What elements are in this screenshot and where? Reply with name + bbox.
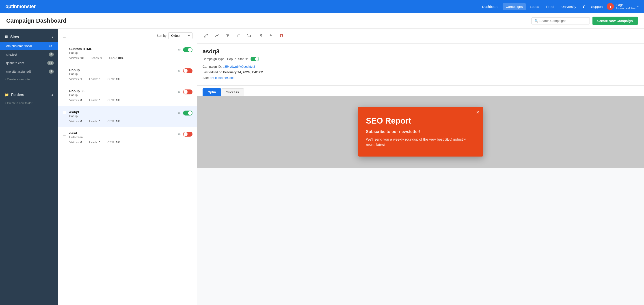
select-all-checkbox[interactable]	[63, 34, 66, 38]
campaign-content-3: asdq3 Popup Visitors: 6 Leads: 0 CR%: 0%	[69, 110, 175, 123]
nav-leads[interactable]: Leads	[527, 3, 542, 10]
campaign-actions-4: ✏	[178, 132, 192, 137]
campaign-stats-2: Visitors: 0 Leads: 0 CR%: 0%	[69, 98, 175, 102]
campaign-checkbox-0[interactable]	[63, 48, 66, 51]
campaign-id-link[interactable]: u854v0wp6fw0sosktvt3	[222, 65, 255, 68]
campaign-content-4: dasd Fullscreen Visitors: 0 Leads: 0 CR%…	[69, 131, 175, 144]
campaign-row-3[interactable]: asdq3 Popup Visitors: 6 Leads: 0 CR%: 0%…	[58, 106, 197, 127]
tab-success[interactable]: Success	[221, 88, 244, 96]
campaign-name-2: Popup 35	[69, 89, 175, 93]
campaign-id-row: Campaign ID: u854v0wp6fw0sosktvt3	[202, 64, 638, 70]
campaign-type-0: Popup	[69, 51, 175, 55]
detail-download-button[interactable]	[267, 32, 274, 40]
sort-label: Sort by	[157, 34, 166, 38]
detail-edit-button[interactable]	[202, 32, 210, 40]
sidebar-item-tjdsneto[interactable]: tjdsneto.com 11	[0, 59, 58, 67]
campaign-actions-3: ✏	[178, 111, 192, 116]
campaign-edited-row: Last edited on February 24, 2020, 1:42 P…	[202, 70, 638, 75]
campaign-row-1[interactable]: Popup Popup Visitors: 1 Leads: 0 CR%: 0%…	[58, 64, 197, 85]
campaign-content-1: Popup Popup Visitors: 1 Leads: 0 CR%: 0%	[69, 68, 175, 81]
campaign-name-1: Popup	[69, 68, 175, 72]
campaign-checkbox-3[interactable]	[63, 111, 66, 114]
sidebar-item-site-test[interactable]: site.test 0	[0, 50, 58, 59]
popup-body: We'll send you a weekly roundup of the v…	[366, 137, 475, 148]
campaign-site-link[interactable]: om-customer.local	[210, 76, 235, 80]
detail-delete-button[interactable]	[278, 32, 285, 40]
campaign-checkbox-1[interactable]	[63, 69, 66, 72]
detail-copy-button[interactable]	[235, 32, 242, 40]
nav-proof[interactable]: Proof	[543, 3, 558, 10]
create-folder-link[interactable]: + Create a new folder	[0, 100, 58, 107]
detail-extra: Campaign ID: u854v0wp6fw0sosktvt3 Last e…	[202, 64, 638, 81]
sidebar-item-om-customer-local[interactable]: om-customer.local 12	[0, 42, 58, 50]
edit-icon-4[interactable]: ✏	[178, 132, 181, 136]
popup-close-icon[interactable]: ✕	[476, 110, 480, 115]
create-campaign-button[interactable]: Create New Campaign	[592, 17, 638, 25]
campaign-stats-4: Visitors: 0 Leads: 0 CR%: 0%	[69, 141, 175, 144]
folders-section-title: 📁 Folders	[4, 93, 24, 97]
nav-support[interactable]: Support	[588, 3, 606, 10]
detail-status-knob	[255, 57, 258, 61]
campaign-row-2[interactable]: Popup 35 Popup Visitors: 0 Leads: 0 CR%:…	[58, 85, 197, 106]
nav-dashboard[interactable]: Dashboard	[479, 3, 502, 10]
campaign-name-3: asdq3	[69, 110, 175, 114]
nav-university[interactable]: University	[558, 3, 579, 10]
campaign-site-row: Site: om-customer.local	[202, 75, 638, 81]
search-input[interactable]	[540, 19, 587, 23]
help-icon[interactable]: ?	[580, 3, 587, 10]
search-box[interactable]: 🔍	[532, 17, 590, 25]
tab-optin[interactable]: Optin	[202, 88, 221, 96]
detail-move-button[interactable]	[256, 32, 264, 40]
campaign-content-2: Popup 35 Popup Visitors: 0 Leads: 0 CR%:…	[69, 89, 175, 102]
folders-chevron-icon: ▲	[51, 93, 54, 96]
user-menu[interactable]: T Tiago AwesomeMotive ▾	[607, 3, 638, 10]
detail-status-toggle[interactable]	[250, 57, 259, 61]
campaign-type-4: Fullscreen	[69, 135, 175, 139]
toggle-0[interactable]	[183, 47, 192, 52]
badge-no-site: 3	[48, 70, 54, 74]
sites-section-header[interactable]: 🖥 Sites ▲	[0, 32, 58, 42]
campaign-type-2: Popup	[69, 93, 175, 97]
campaign-stats-0: Visitors: 10 Leads: 1 CR%: 10%	[69, 56, 175, 60]
toggle-2[interactable]	[183, 90, 192, 94]
campaign-row-0[interactable]: Custom HTML Popup Visitors: 10 Leads: 1 …	[58, 43, 197, 64]
campaign-content-0: Custom HTML Popup Visitors: 10 Leads: 1 …	[69, 47, 175, 60]
detail-analytics-button[interactable]	[213, 32, 220, 40]
sort-select[interactable]: Oldest Newest Name A-Z Name Z-A	[168, 32, 192, 39]
detail-archive-button[interactable]	[246, 32, 253, 40]
folders-section-header[interactable]: 📁 Folders ▲	[0, 90, 58, 100]
detail-meta: Campaign Type: Popup Status:	[202, 57, 638, 61]
toggle-3[interactable]	[183, 111, 192, 116]
toggle-4[interactable]	[183, 132, 192, 137]
avatar: T	[607, 3, 614, 10]
sites-section-title: 🖥 Sites	[4, 35, 19, 39]
page-title: Campaign Dashboard	[6, 17, 66, 24]
edit-icon-1[interactable]: ✏	[178, 69, 181, 73]
detail-filter-button[interactable]	[224, 32, 231, 40]
popup-preview: ✕ SEO Report Subscribe to our newsletter…	[358, 107, 483, 156]
nav-campaigns[interactable]: Campaigns	[502, 3, 526, 10]
campaign-row-4[interactable]: dasd Fullscreen Visitors: 0 Leads: 0 CR%…	[58, 127, 197, 148]
campaign-type-label: Campaign Type:	[202, 57, 226, 61]
campaign-type-1: Popup	[69, 72, 175, 76]
detail-toolbar	[197, 29, 644, 44]
detail-info: asdq3 Campaign Type: Popup Status: Campa…	[197, 44, 644, 86]
logo[interactable]: optinmonster	[6, 4, 36, 10]
logo-text: optinmonster	[6, 4, 36, 10]
toggle-1[interactable]	[183, 68, 192, 73]
sidebar: 🖥 Sites ▲ om-customer.local 12 site.test…	[0, 29, 58, 305]
sidebar-item-no-site[interactable]: (no site assigned) 3	[0, 67, 58, 76]
campaign-checkbox-4[interactable]	[63, 132, 66, 135]
create-site-link[interactable]: + Create a new site	[0, 76, 58, 83]
edit-icon-3[interactable]: ✏	[178, 111, 181, 115]
campaign-name-4: dasd	[69, 131, 175, 135]
detail-panel: asdq3 Campaign Type: Popup Status: Campa…	[197, 29, 644, 305]
edit-icon-2[interactable]: ✏	[178, 90, 181, 94]
badge-om-customer-local: 12	[47, 44, 54, 48]
campaign-checkbox-2[interactable]	[63, 90, 66, 93]
campaign-stats-3: Visitors: 6 Leads: 0 CR%: 0%	[69, 120, 175, 123]
status-label: Status:	[238, 57, 248, 61]
campaign-type-3: Popup	[69, 114, 175, 118]
detail-campaign-name: asdq3	[202, 48, 638, 55]
edit-icon-0[interactable]: ✏	[178, 48, 181, 52]
